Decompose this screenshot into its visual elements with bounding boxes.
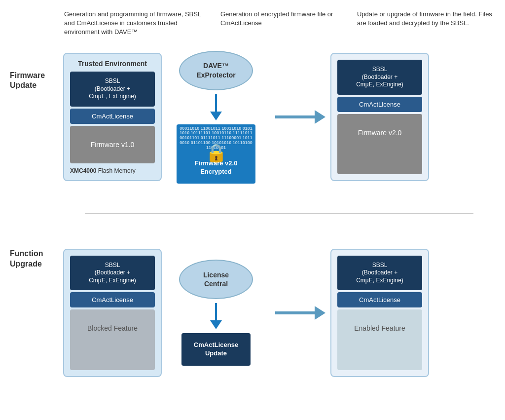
top-desc-3: Update or upgrade of firmware in the fie…: [357, 10, 495, 37]
middle-function-section: LicenseCentral CmActLicenseUpdate: [162, 260, 270, 366]
flash-box-function: SBSL(Bootloader +CmµE, ExEngine) CmActLi…: [63, 249, 162, 377]
firmware-v1-comp: Firmware v1.0: [70, 126, 155, 163]
dave-ellipse: DAVE™ ExProtector: [179, 51, 253, 90]
blocked-feature-comp: Blocked Feature: [70, 309, 155, 370]
main-content: Firmware Update Function Upgrade Trusted…: [10, 46, 495, 377]
arrow-right-1: [275, 110, 325, 124]
result-box-firmware: SBSL(Bootloader +CmµE, ExEngine) CmActLi…: [330, 53, 429, 181]
function-upgrade-row: SBSL(Bootloader +CmµE, ExEngine) CmActLi…: [63, 249, 495, 377]
arrow-shaft-2: [215, 303, 217, 320]
firmware-update-row: Trusted Environment SBSL(Bootloader +Cmµ…: [63, 51, 495, 184]
top-descriptions: Generation and programming of firmware, …: [10, 10, 495, 37]
section-divider: [85, 213, 473, 214]
cmact-comp-2: CmActLicense: [337, 97, 422, 112]
cmact-update-box: CmActLicenseUpdate: [181, 333, 251, 366]
dave-label1: DAVE™: [203, 61, 229, 70]
firmware-update-label: Firmware Update: [10, 71, 63, 91]
flash-memory-label-1: XMC4000 Flash Memory: [70, 167, 155, 174]
trusted-env-box: Trusted Environment SBSL(Bootloader +Cmµ…: [63, 53, 162, 181]
arrow-shaft-h-2: [275, 311, 315, 314]
firmware-v2-comp: Firmware v2.0: [337, 114, 422, 174]
license-central-label: LicenseCentral: [203, 270, 229, 288]
license-central-ellipse: LicenseCentral: [179, 260, 253, 299]
page-container: Generation and programming of firmware, …: [0, 0, 505, 420]
arrow-head-1: [210, 112, 222, 120]
enabled-feature-comp: Enabled Feature: [337, 309, 422, 370]
sbsl-comp-2: SBSL(Bootloader +CmµE, ExEngine): [337, 60, 422, 95]
sbsl-comp-3: SBSL(Bootloader +CmµE, ExEngine): [70, 256, 155, 291]
arrow-head-right-2: [315, 306, 325, 320]
arrow-head-2: [210, 320, 222, 329]
function-upgrade-label: Function Upgrade: [10, 249, 63, 269]
cmact-comp-4: CmActLicense: [337, 292, 422, 307]
cmact-comp-3: CmActLicense: [70, 292, 155, 307]
top-desc-2: Generation of encrypted firmware file or…: [211, 10, 349, 37]
sbsl-comp-4: SBSL(Bootloader +CmµE, ExEngine): [337, 256, 422, 291]
arrow-right-2: [275, 306, 325, 320]
arrow-shaft-1: [215, 94, 217, 112]
diagram-area: Trusted Environment SBSL(Bootloader +Cmµ…: [63, 46, 495, 377]
result-box-function: SBSL(Bootloader +CmµE, ExEngine) CmActLi…: [330, 249, 429, 377]
cmact-comp-1: CmActLicense: [70, 109, 155, 124]
dave-label2: ExProtector: [196, 71, 235, 79]
top-desc-1: Generation and programming of firmware, …: [64, 10, 202, 37]
middle-firmware-section: DAVE™ ExProtector 00011010 11001011 1001…: [162, 51, 270, 184]
encrypted-firmware-box: 00011010 11001011 10011010 01011010 1011…: [177, 124, 255, 184]
left-labels: Firmware Update Function Upgrade: [10, 46, 63, 377]
arrow-down-2: [210, 303, 222, 329]
sbsl-comp-1: SBSL(Bootloader +CmµE, ExEngine): [70, 72, 155, 107]
arrow-shaft-h-1: [275, 115, 315, 118]
encrypted-text: Firmware v2.0Encrypted: [195, 159, 238, 176]
arrow-head-right-1: [315, 110, 325, 124]
arrow-down-1: [210, 94, 222, 120]
trusted-env-title: Trusted Environment: [70, 60, 155, 68]
